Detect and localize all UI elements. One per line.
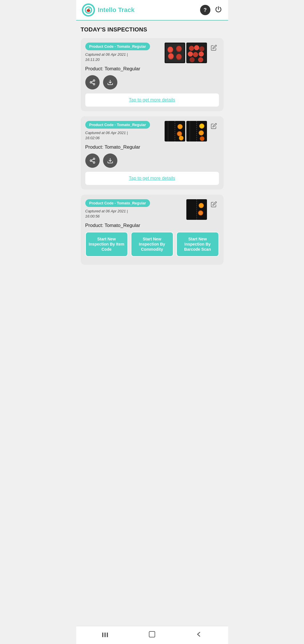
card-3-product: Product: Tomato_Regular [85,223,219,228]
card-3-edit-button[interactable] [209,199,219,210]
card-3-action-buttons: Start New Inspection By Item Code Start … [85,232,219,257]
svg-rect-5 [166,44,184,62]
share-icon [89,79,96,85]
svg-point-3 [87,9,90,12]
card-1-edit-button[interactable] [209,43,219,53]
svg-point-17 [194,45,199,50]
svg-point-47 [90,160,92,162]
card-2-image-1 [165,121,185,141]
svg-point-16 [189,46,194,51]
card-3-header: Product Code - Tomato_Regular Captured a… [85,199,219,220]
card-1-image-1 [165,43,185,63]
svg-line-27 [91,83,93,84]
svg-point-13 [176,54,181,59]
logo-icon [82,3,95,17]
card-2-images [165,121,207,141]
app-header: Intello Track ? [76,0,228,21]
svg-point-21 [199,51,204,57]
svg-point-18 [199,46,204,51]
svg-point-25 [90,81,92,83]
svg-line-49 [91,161,93,162]
svg-point-45 [200,136,204,141]
card-2-image-2 [186,121,207,141]
svg-point-11 [168,53,173,59]
svg-point-20 [193,52,198,57]
inspection-card-2: Product Code - Tomato_Regular Captured a… [81,116,224,190]
svg-point-26 [93,83,95,85]
card-2-header: Product Code - Tomato_Regular Captured a… [85,121,219,141]
card-2-edit-button[interactable] [209,121,219,131]
svg-point-24 [93,80,95,81]
card-1-images [165,43,207,63]
start-inspection-item-code-button[interactable]: Start New Inspection By Item Code [85,232,128,257]
start-inspection-barcode-button[interactable]: Start New Inspection By Barcode Scan [176,232,219,257]
card-1-actions [85,75,219,89]
card-2-download-button[interactable] [103,153,117,168]
svg-point-37 [179,136,183,140]
logo-svg [84,6,92,14]
page-title: TODAY'S INSPECTIONS [81,26,224,33]
svg-point-23 [198,57,203,62]
svg-point-34 [178,125,182,129]
inspection-card-1: Product Code - Tomato_Regular Captured a… [81,38,224,111]
card-1-details-label: Tap to get more details [129,97,175,102]
card-2-actions [85,153,219,168]
inspection-card-3: Product Code - Tomato_Regular Captured a… [81,195,224,265]
card-1-image-2 [186,43,207,63]
svg-line-50 [91,159,93,160]
svg-point-46 [93,158,95,160]
card-1-time: Captured at 06 Apr 2021 | 16:11:20 [85,52,165,62]
svg-point-22 [189,57,195,62]
help-button[interactable]: ? [200,5,210,15]
card-2-share-button[interactable] [85,153,100,168]
svg-point-48 [93,162,95,164]
header-actions: ? [200,5,222,15]
svg-line-28 [91,81,93,82]
start-inspection-commodity-button[interactable]: Start New Inspection By Commodity [131,232,173,257]
card-1-header: Product Code - Tomato_Regular Captured a… [85,43,219,63]
power-button[interactable] [214,5,222,15]
svg-point-36 [177,132,181,136]
card-2-details-label: Tap to get more details [129,176,175,181]
svg-point-55 [199,204,203,208]
svg-point-42 [200,124,204,128]
app-title: Intello Track [98,6,135,14]
card-3-image-1 [186,199,207,220]
download-icon-2 [107,157,113,164]
share-icon-2 [89,157,96,164]
card-3-time: Captured at 06 Apr 2021 | 16:00:56 [85,209,186,219]
card-1-badge: Product Code - Tomato_Regular [85,43,150,50]
card-2-product: Product: Tomato_Regular [85,144,219,150]
svg-point-44 [199,131,203,135]
svg-point-19 [188,51,193,57]
card-2-time: Captured at 06 Apr 2021 | 16:02:06 [85,130,165,141]
download-icon [107,79,113,85]
card-1-product: Product: Tomato_Regular [85,66,219,72]
svg-point-57 [199,211,203,215]
card-1-details-button[interactable]: Tap to get more details [85,93,219,107]
svg-point-7 [168,47,173,52]
card-2-details-button[interactable]: Tap to get more details [85,172,219,185]
logo-area: Intello Track [82,3,135,17]
card-2-badge: Product Code - Tomato_Regular [85,121,150,129]
main-content: TODAY'S INSPECTIONS Product Code - Tomat… [76,21,228,276]
card-3-badge: Product Code - Tomato_Regular [85,199,150,207]
card-1-download-button[interactable] [103,75,117,89]
card-1-share-button[interactable] [85,75,100,89]
card-3-images [186,199,207,220]
svg-point-9 [176,46,181,51]
